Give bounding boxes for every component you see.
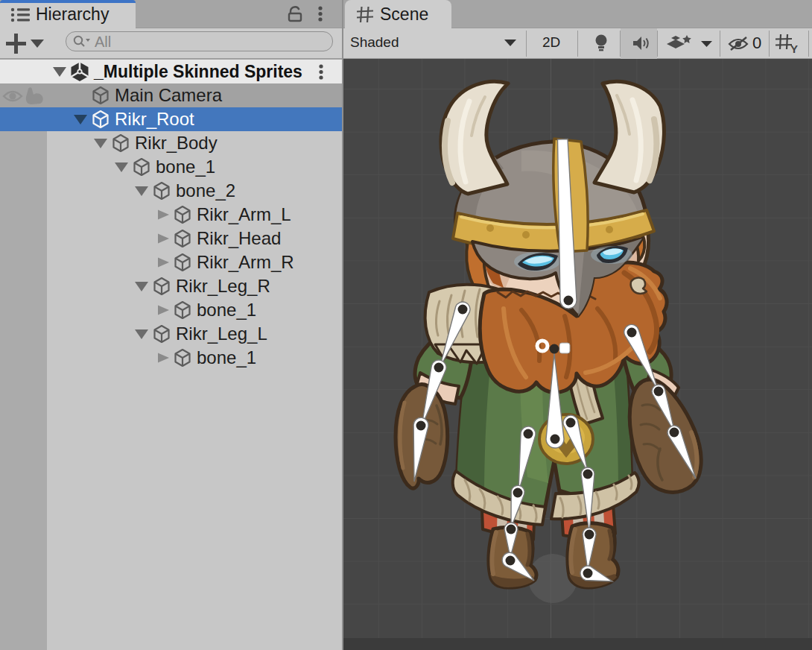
svg-text:Y: Y [790, 42, 798, 54]
